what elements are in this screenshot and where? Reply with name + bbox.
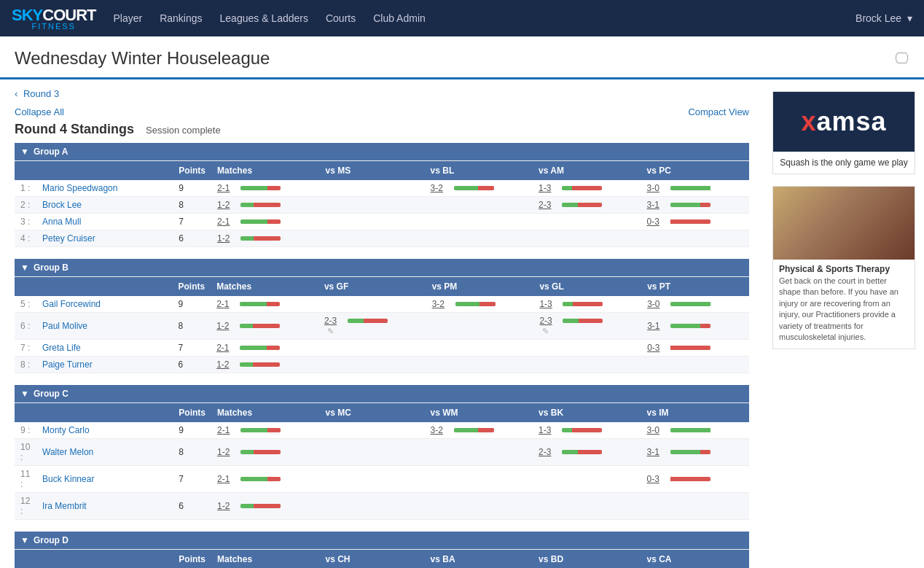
group-chevron[interactable]: ▼ — [20, 147, 29, 157]
breadcrumb-link[interactable]: Round 3 — [23, 88, 59, 99]
score-cell-3[interactable]: 3-1 — [641, 313, 749, 340]
points-cell: 7 — [173, 214, 211, 230]
edit-icon[interactable]: ✎ — [327, 327, 334, 335]
session-status: Session complete — [146, 125, 221, 136]
score-cell-1[interactable]: 3-2 — [425, 180, 533, 197]
monitor-icon[interactable]: 🖵 — [895, 50, 909, 67]
player-name-cell[interactable]: Monty Carlo — [36, 422, 173, 439]
matches-cell[interactable]: 2-1 — [211, 466, 319, 493]
matches-cell[interactable]: 1-2 — [211, 197, 319, 214]
score-cell-2 — [533, 340, 641, 357]
ad-therapy-title: Physical & Sports Therapy — [773, 260, 915, 276]
player-name-cell[interactable]: Anna Mull — [36, 214, 173, 230]
col-matches: Matches — [211, 277, 318, 297]
nav-clubadmin[interactable]: Club Admin — [373, 12, 426, 24]
points-cell: 9 — [173, 180, 211, 197]
score-cell-3[interactable]: 0-3 — [641, 340, 749, 357]
matches-cell[interactable]: 1-2 — [211, 313, 318, 340]
score-cell-3[interactable]: 3-0 — [641, 180, 749, 197]
player-name-cell[interactable]: Gail Forcewind — [36, 296, 173, 313]
score-cell-3[interactable]: 0-3 — [641, 214, 749, 230]
col-name — [36, 550, 173, 569]
group-chevron[interactable]: ▼ — [20, 535, 29, 545]
col-vs-pc: vs PC — [641, 161, 749, 181]
score-cell-2[interactable]: 1-3 — [533, 422, 641, 439]
col-vs-gf: vs GF — [318, 277, 426, 297]
points-cell: 6 — [173, 493, 211, 520]
matches-cell[interactable]: 1-2 — [211, 439, 319, 466]
nav-links: Player Rankings Leagues & Ladders Courts… — [113, 12, 853, 24]
tables-container: ▼Group APointsMatchesvs MSvs BLvs AMvs P… — [15, 143, 749, 568]
score-cell-2[interactable]: 2-3 — [533, 439, 641, 466]
score-cell-1[interactable]: 3-2 — [426, 296, 534, 313]
score-cell-3[interactable]: 3-1 — [641, 439, 749, 466]
player-name-cell[interactable]: Brock Lee — [36, 197, 173, 214]
score-cell-2[interactable]: 1-3 — [533, 296, 641, 313]
score-cell-3[interactable]: 3-1 — [641, 197, 749, 214]
group-label: Group A — [34, 147, 68, 157]
player-name-cell[interactable]: Petey Cruiser — [36, 230, 173, 247]
player-name-cell[interactable]: Greta Life — [36, 340, 173, 357]
matches-cell[interactable]: 2-1 — [211, 340, 318, 357]
matches-cell[interactable]: 1-2 — [211, 357, 318, 373]
player-name-cell[interactable]: Mario Speedwagon — [36, 180, 173, 197]
nav-rankings[interactable]: Rankings — [160, 12, 202, 24]
score-cell-2 — [533, 214, 641, 230]
score-cell-2 — [533, 230, 641, 247]
score-cell-2[interactable]: 2-3 — [533, 197, 641, 214]
edit-icon[interactable]: ✎ — [542, 327, 549, 335]
score-cell-0 — [318, 340, 426, 357]
score-cell-2 — [533, 493, 641, 520]
rank-cell: 1 : — [15, 180, 36, 197]
score-cell-2[interactable]: 1-3 — [533, 180, 641, 197]
rank-cell: 10 : — [15, 439, 36, 466]
main-content: ‹ Round 3 Collapse All Compact View Roun… — [0, 79, 764, 568]
points-cell: 8 — [173, 439, 211, 466]
score-cell-2[interactable]: 2-3 ✎ — [533, 313, 641, 340]
score-cell-1[interactable]: 3-2 — [425, 422, 533, 439]
brand-logo[interactable]: SKYCOURT FITNESS — [12, 6, 95, 31]
matches-cell[interactable]: 2-1 — [211, 214, 319, 230]
group-D-table: ▼Group DPointsMatchesvs CHvs BAvs BDvs C… — [15, 532, 749, 568]
page-header: Wednesday Winter Houseleague 🖵 — [0, 36, 924, 79]
col-vs-ba: vs BA — [425, 550, 533, 569]
score-cell-0[interactable]: 2-3 ✎ — [318, 313, 426, 340]
compact-view-button[interactable]: Compact View — [688, 106, 749, 117]
matches-cell[interactable]: 2-1 — [211, 180, 319, 197]
score-cell-3[interactable]: 3-0 — [641, 296, 749, 313]
collapse-all-button[interactable]: Collapse All — [15, 106, 64, 117]
ad-logo-text: xamsa — [801, 106, 886, 136]
score-cell-3 — [641, 493, 749, 520]
group-chevron[interactable]: ▼ — [20, 262, 29, 273]
matches-cell[interactable]: 2-1 — [211, 422, 319, 439]
player-name-cell[interactable]: Paul Molive — [36, 313, 173, 340]
player-name-cell[interactable]: Ira Membrit — [36, 493, 173, 520]
matches-cell[interactable]: 1-2 — [211, 230, 319, 247]
col-points: Points — [173, 403, 211, 423]
group-B-table: ▼Group BPointsMatchesvs GFvs PMvs GLvs P… — [15, 259, 749, 373]
col-rank — [15, 550, 36, 569]
score-cell-0 — [319, 422, 424, 439]
group-chevron[interactable]: ▼ — [20, 389, 29, 399]
matches-cell[interactable]: 2-1 — [211, 296, 318, 313]
standings-header: Round 4 Standings Session complete — [15, 122, 749, 137]
score-cell-0 — [319, 180, 424, 197]
score-cell-1 — [425, 493, 533, 520]
player-name-cell[interactable]: Buck Kinnear — [36, 466, 173, 493]
rank-cell: 12 : — [15, 493, 36, 520]
player-name-cell[interactable]: Paige Turner — [36, 357, 173, 373]
score-cell-3[interactable]: 3-0 — [641, 422, 749, 439]
score-cell-3[interactable]: 0-3 — [641, 466, 749, 493]
ad-xamsa: xamsa Squash is the only game we play — [772, 91, 915, 174]
matches-cell[interactable]: 1-2 — [211, 493, 319, 520]
col-vs-ch: vs CH — [319, 550, 424, 569]
table-row: 7 :Greta Life7 2-1 0-3 — [15, 340, 749, 357]
player-name-cell[interactable]: Walter Melon — [36, 439, 173, 466]
nav-player[interactable]: Player — [113, 12, 142, 24]
points-cell: 7 — [173, 340, 211, 357]
table-row: 1 :Mario Speedwagon9 2-1 3-2 1-3 3-0 — [15, 180, 749, 197]
nav-leagues[interactable]: Leagues & Ladders — [220, 12, 308, 24]
nav-courts[interactable]: Courts — [326, 12, 356, 24]
col-rank — [15, 277, 36, 297]
user-menu[interactable]: Brock Lee ▾ — [853, 12, 912, 24]
